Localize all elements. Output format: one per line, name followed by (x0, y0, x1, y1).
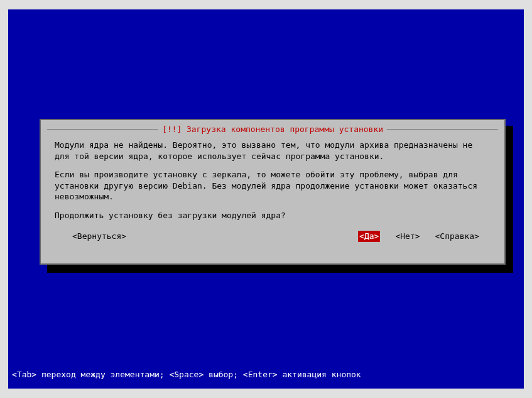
dialog-content: Модули ядра не найдены. Вероятно, это вы… (47, 130, 498, 242)
help-button[interactable]: <Справка> (435, 231, 479, 242)
back-button[interactable]: <Вернуться> (72, 231, 126, 242)
dialog-question: Продолжить установку без загрузки модуле… (55, 210, 491, 221)
help-bar: <Tab> переход между элементами; <Space> … (12, 370, 361, 379)
dialog-paragraph-1: Модули ядра не найдены. Вероятно, это вы… (55, 140, 491, 162)
button-row: <Вернуться> <Да> <Нет> <Справка> (55, 231, 491, 242)
no-button[interactable]: <Нет> (395, 231, 420, 242)
yes-button[interactable]: <Да> (358, 231, 380, 242)
dialog-paragraph-2: Если вы производите установку с зеркала,… (55, 169, 491, 202)
dialog-title: [!!] Загрузка компонентов программы уста… (158, 124, 387, 134)
dialog-box: [!!] Загрузка компонентов программы уста… (40, 119, 506, 265)
dialog-border: [!!] Загрузка компонентов программы уста… (47, 129, 498, 256)
terminal-screen: [!!] Загрузка компонентов программы уста… (8, 9, 524, 389)
